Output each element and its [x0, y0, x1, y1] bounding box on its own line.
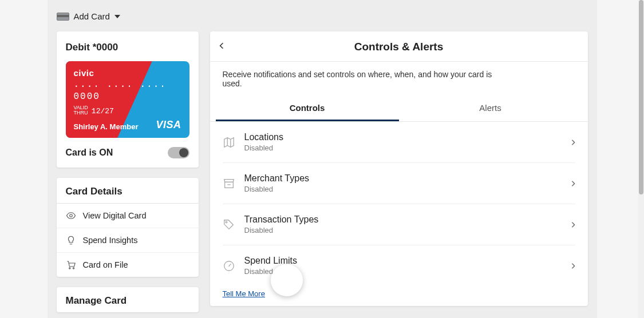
tag-icon: [223, 218, 235, 231]
map-icon: [223, 136, 235, 149]
credit-card-image: civic ···· ···· ···· 0000 VALID THRU 12/…: [66, 61, 189, 138]
control-locations[interactable]: Locations Disabled: [223, 122, 575, 163]
svg-point-2: [73, 268, 74, 269]
cart-icon: [66, 260, 76, 270]
eye-icon: [66, 210, 76, 221]
svg-point-0: [69, 214, 72, 217]
chevron-down-icon: [114, 15, 120, 18]
control-transaction-types[interactable]: Transaction Types Disabled: [223, 204, 575, 245]
chevron-right-icon: [571, 263, 575, 269]
panel-title: Controls & Alerts: [354, 41, 444, 53]
card-number: ···· ···· ···· 0000: [74, 81, 181, 102]
control-status: Disabled: [244, 267, 562, 276]
chevron-right-icon: [571, 139, 575, 146]
gauge-icon: [223, 260, 235, 272]
store-icon: [223, 177, 235, 190]
chevron-right-icon: [571, 180, 575, 187]
card-details-panel: Card Details View Digital Card Spend Ins…: [57, 178, 199, 277]
view-digital-card-row[interactable]: View Digital Card: [57, 204, 199, 228]
control-status: Disabled: [244, 185, 562, 193]
card-on-toggle[interactable]: [168, 147, 189, 158]
control-label: Spend Limits: [244, 256, 562, 266]
tab-controls[interactable]: Controls: [216, 96, 399, 121]
add-card-label: Add Card: [74, 11, 110, 21]
manage-card-heading: Manage Card: [57, 287, 199, 312]
chevron-right-icon: [571, 221, 575, 228]
back-button[interactable]: [219, 42, 224, 52]
card-summary-panel: Debit *0000 civic ···· ···· ···· 0000 VA…: [57, 31, 199, 168]
add-card-button[interactable]: Add Card: [57, 11, 588, 21]
card-details-heading: Card Details: [57, 178, 199, 204]
control-label: Merchant Types: [244, 173, 562, 184]
spend-insights-row[interactable]: Spend Insights: [57, 228, 199, 253]
tab-label: Controls: [290, 103, 325, 113]
control-merchant-types[interactable]: Merchant Types Disabled: [223, 163, 575, 204]
tab-alerts[interactable]: Alerts: [399, 96, 582, 121]
card-on-file-row[interactable]: Card on File: [57, 253, 199, 277]
card-status-label: Card is ON: [66, 148, 113, 158]
valid-thru-label: VALID THRU: [74, 105, 88, 116]
card-icon: [57, 13, 69, 21]
bulb-icon: [66, 235, 76, 245]
panel-subtext: Receive notifications and set controls o…: [210, 62, 519, 96]
tab-label: Alerts: [479, 103, 501, 113]
valid-thru-date: 12/27: [92, 107, 114, 116]
tell-me-more-link[interactable]: Tell Me More: [210, 286, 588, 301]
list-item-label: Spend Insights: [83, 236, 138, 245]
control-spend-limits[interactable]: Spend Limits Disabled: [223, 245, 575, 286]
manage-card-panel: Manage Card: [57, 287, 199, 312]
page-scrollbar[interactable]: [638, 0, 644, 318]
card-brand: civic: [74, 68, 181, 78]
card-network: VISA: [156, 119, 181, 131]
control-status: Disabled: [244, 144, 562, 152]
chevron-left-icon: [219, 42, 224, 50]
svg-point-1: [69, 268, 70, 269]
list-item-label: Card on File: [83, 260, 128, 269]
control-label: Locations: [244, 132, 562, 142]
svg-point-3: [226, 221, 227, 223]
control-label: Transaction Types: [244, 214, 562, 225]
card-account-title: Debit *0000: [66, 42, 189, 53]
controls-alerts-panel: Controls & Alerts Receive notifications …: [210, 31, 588, 306]
cardholder-name: Shirley A. Member: [74, 122, 139, 131]
list-item-label: View Digital Card: [83, 211, 147, 220]
control-status: Disabled: [244, 226, 562, 234]
